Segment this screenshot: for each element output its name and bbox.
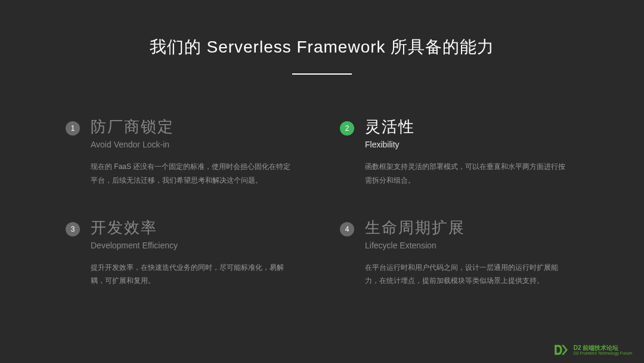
- item-description: 现在的 FaaS 还没有一个固定的标准，使用时会担心固化在特定平台，后续无法迁移…: [91, 160, 293, 187]
- footer: D2 前端技术论坛 D2 Frontend Technology Forum: [553, 344, 632, 356]
- footer-subtitle: D2 Frontend Technology Forum: [574, 351, 632, 356]
- item-title-cn: 开发效率: [91, 217, 304, 238]
- item-content: 开发效率 Development Efficiency 提升开发效率，在快速迭代…: [91, 217, 304, 288]
- item-content: 防厂商锁定 Avoid Vendor Lock-in 现在的 FaaS 还没有一…: [91, 116, 304, 187]
- item-content: 灵活性 Flexibility 函数框架支持灵活的部署模式，可以在垂直和水平两方…: [365, 116, 578, 187]
- capability-item: 1 防厂商锁定 Avoid Vendor Lock-in 现在的 FaaS 还没…: [66, 116, 304, 187]
- item-number-badge: 4: [340, 222, 354, 236]
- page-title: 我们的 Serverless Framework 所具备的能力: [0, 0, 644, 59]
- item-description: 提升开发效率，在快速迭代业务的同时，尽可能标准化，易解耦，可扩展和复用。: [91, 261, 293, 288]
- item-title-en: Development Efficiency: [91, 241, 304, 250]
- item-number-badge: 3: [66, 222, 80, 236]
- item-number-badge: 1: [66, 121, 80, 136]
- item-title-cn: 灵活性: [365, 116, 578, 137]
- item-title-en: Lifecycle Extension: [365, 241, 578, 250]
- footer-title: D2 前端技术论坛: [574, 344, 632, 351]
- item-content: 生命周期扩展 Lifecycle Extension 在平台运行时和用户代码之间…: [365, 217, 578, 288]
- capability-item: 3 开发效率 Development Efficiency 提升开发效率，在快速…: [66, 217, 304, 288]
- footer-text: D2 前端技术论坛 D2 Frontend Technology Forum: [574, 344, 632, 356]
- item-number-badge: 2: [340, 121, 354, 136]
- capability-item: 2 灵活性 Flexibility 函数框架支持灵活的部署模式，可以在垂直和水平…: [340, 116, 578, 187]
- item-description: 在平台运行时和用户代码之间，设计一层通用的运行时扩展能力，在统计埋点，提前加载模…: [365, 261, 568, 288]
- item-description: 函数框架支持灵活的部署模式，可以在垂直和水平两方面进行按需拆分和组合。: [365, 160, 568, 187]
- item-title-cn: 防厂商锁定: [91, 116, 304, 137]
- item-title-en: Avoid Vendor Lock-in: [91, 140, 304, 149]
- item-title-en: Flexibility: [365, 140, 578, 149]
- capability-grid: 1 防厂商锁定 Avoid Vendor Lock-in 现在的 FaaS 还没…: [0, 75, 644, 288]
- capability-item: 4 生命周期扩展 Lifecycle Extension 在平台运行时和用户代码…: [340, 217, 578, 288]
- d2-logo-icon: [553, 344, 569, 356]
- item-title-cn: 生命周期扩展: [365, 217, 578, 238]
